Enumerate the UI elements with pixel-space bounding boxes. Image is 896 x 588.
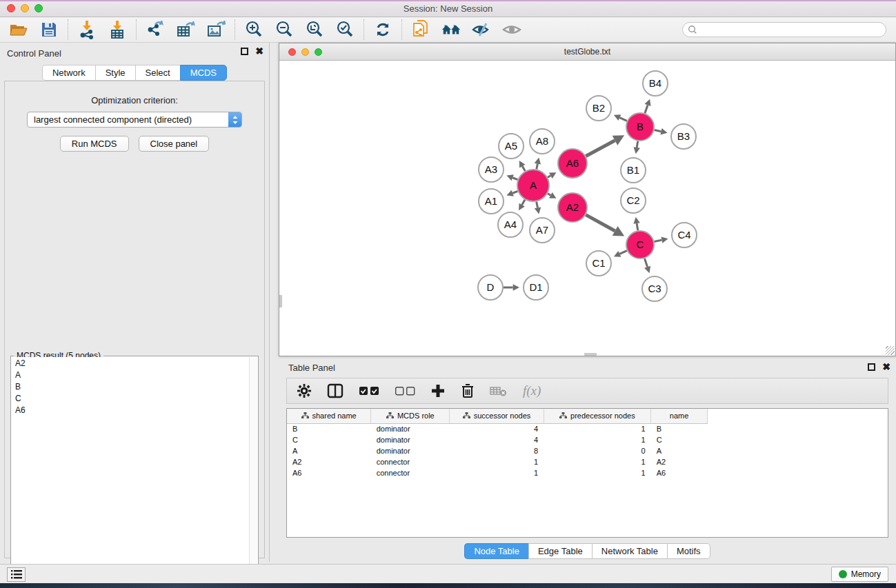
table-cell[interactable]: A2	[651, 456, 708, 467]
tab-motifs[interactable]: Motifs	[667, 543, 710, 559]
criterion-select[interactable]: largest connected component (directed)	[27, 112, 242, 128]
hide-selected-icon[interactable]	[471, 19, 492, 40]
tab-node-table[interactable]: Node Table	[464, 543, 528, 559]
table-cell[interactable]: 4	[450, 423, 544, 434]
graph-edge-A-A7[interactable]	[537, 202, 538, 208]
tab-network-table[interactable]: Network Table	[592, 543, 667, 559]
first-neighbors-icon[interactable]	[441, 19, 461, 40]
table-cell[interactable]: 1	[450, 456, 544, 467]
save-session-icon[interactable]	[39, 19, 59, 40]
show-all-icon[interactable]	[501, 19, 522, 40]
gear-icon[interactable]	[297, 383, 312, 398]
close-panel-button[interactable]: Close panel	[139, 136, 210, 152]
graph-edge-A-A8[interactable]	[537, 164, 538, 170]
graph-edge-B-B1[interactable]	[637, 141, 637, 148]
table-cell[interactable]: 1	[544, 456, 651, 467]
table-cell[interactable]: dominator	[371, 423, 450, 434]
table-row[interactable]: Cdominator41C	[287, 434, 888, 445]
table-cell[interactable]: 1	[450, 467, 544, 478]
graph-edge-C-C3[interactable]	[645, 258, 648, 267]
graph-edge-C-C2[interactable]	[637, 223, 638, 230]
table-row[interactable]: Bdominator41B	[287, 423, 888, 434]
table-row[interactable]: A6connector11A6	[287, 467, 888, 478]
refresh-icon[interactable]	[372, 19, 393, 40]
zoom-fit-icon[interactable]	[304, 19, 325, 40]
table-row[interactable]: Adominator80A	[287, 445, 888, 456]
mcds-result-scrollbar[interactable]	[249, 357, 257, 588]
resize-grip[interactable]	[886, 346, 895, 355]
node-table[interactable]: shared nameMCDS rolesuccessor nodesprede…	[286, 408, 888, 538]
close-table-panel-icon[interactable]: ✖	[882, 363, 890, 371]
table-cell[interactable]: 1	[544, 467, 651, 478]
vertical-scroll-indicator[interactable]	[279, 295, 282, 307]
column-header-name[interactable]: name	[651, 409, 708, 423]
memory-button[interactable]: Memory	[831, 567, 888, 582]
table-row[interactable]: A2connector11A2	[287, 456, 888, 467]
split-columns-icon[interactable]	[327, 383, 344, 398]
graph-edge-C-C1[interactable]	[619, 251, 626, 254]
table-cell[interactable]: 1	[544, 423, 651, 434]
table-cell[interactable]: dominator	[371, 445, 450, 456]
graph-edge-B-B3[interactable]	[654, 130, 661, 132]
table-cell[interactable]: B	[651, 423, 708, 434]
float-table-panel-icon[interactable]	[868, 363, 875, 371]
network-graph[interactable]: B4B2BB3A5A8A6A3B1AA1C2A2A4A7C4CC1C3DD1	[279, 61, 895, 356]
table-cell[interactable]: connector	[371, 467, 450, 478]
mcds-result-item[interactable]: A	[12, 369, 249, 381]
delete-table-icon[interactable]	[490, 385, 508, 397]
column-header-successor-nodes[interactable]: successor nodes	[450, 409, 544, 423]
zoom-in-icon[interactable]	[243, 19, 264, 40]
run-mcds-button[interactable]: Run MCDS	[60, 136, 129, 152]
graph-edge-A-A4[interactable]	[522, 200, 525, 205]
graph-edge-A-A3[interactable]	[512, 178, 517, 180]
column-header-predecessor-nodes[interactable]: predecessor nodes	[544, 409, 651, 423]
table-cell[interactable]: A6	[651, 467, 708, 478]
table-cell[interactable]: B	[287, 423, 371, 434]
zoom-out-icon[interactable]	[274, 19, 295, 40]
graph-edge-B-B4[interactable]	[645, 105, 648, 113]
graph-edge-B-B2[interactable]	[619, 118, 626, 121]
task-history-button[interactable]	[7, 567, 26, 582]
new-network-from-selection-icon[interactable]	[410, 19, 431, 40]
function-builder-icon[interactable]: f(x)	[523, 383, 541, 398]
zoom-selected-icon[interactable]	[335, 19, 355, 40]
graph-edge-A6-B[interactable]	[586, 141, 615, 156]
table-cell[interactable]: 8	[450, 445, 544, 456]
import-network-icon[interactable]	[77, 19, 97, 40]
graph-edge-C-C4[interactable]	[655, 240, 662, 241]
deselect-all-checkbox-icon[interactable]	[395, 385, 415, 396]
tab-network[interactable]: Network	[42, 65, 95, 81]
tab-mcds[interactable]: MCDS	[180, 65, 227, 81]
tab-edge-table[interactable]: Edge Table	[528, 543, 592, 559]
table-cell[interactable]: 4	[450, 434, 544, 445]
network-window-titlebar[interactable]: testGlobe.txt	[279, 43, 895, 61]
mcds-result-item[interactable]: A6	[12, 404, 249, 416]
select-all-checkbox-icon[interactable]	[359, 385, 379, 396]
search-input[interactable]	[682, 22, 886, 37]
graph-edge-A2-C[interactable]	[586, 215, 615, 231]
table-cell[interactable]: C	[651, 434, 708, 445]
close-panel-icon[interactable]: ✖	[255, 48, 263, 55]
graph-edge-A-A2[interactable]	[548, 194, 550, 195]
table-cell[interactable]: C	[287, 434, 371, 445]
table-cell[interactable]: A2	[287, 456, 371, 467]
graph-edge-A-A1[interactable]	[512, 191, 517, 193]
horizontal-scroll-indicator[interactable]	[584, 353, 597, 356]
mcds-result-item[interactable]: C	[12, 392, 249, 404]
export-network-icon[interactable]	[145, 19, 166, 40]
table-cell[interactable]: A	[287, 445, 371, 456]
table-cell[interactable]: dominator	[371, 434, 450, 445]
network-canvas[interactable]: B4B2BB3A5A8A6A3B1AA1C2A2A4A7C4CC1C3DD1	[279, 61, 895, 356]
table-cell[interactable]: A6	[287, 467, 371, 478]
open-file-icon[interactable]	[8, 19, 29, 40]
graph-edge-A-A5[interactable]	[522, 166, 525, 171]
export-table-icon[interactable]	[175, 19, 196, 40]
column-header-MCDS-role[interactable]: MCDS role	[371, 409, 450, 423]
export-image-icon[interactable]	[206, 19, 226, 40]
mcds-result-item[interactable]: B	[12, 381, 249, 392]
add-column-icon[interactable]	[430, 383, 446, 398]
table-cell[interactable]: 0	[544, 445, 651, 456]
import-table-icon[interactable]	[107, 19, 128, 40]
mcds-result-list[interactable]: A2ABCA6	[12, 357, 249, 588]
table-cell[interactable]: A	[651, 445, 708, 456]
